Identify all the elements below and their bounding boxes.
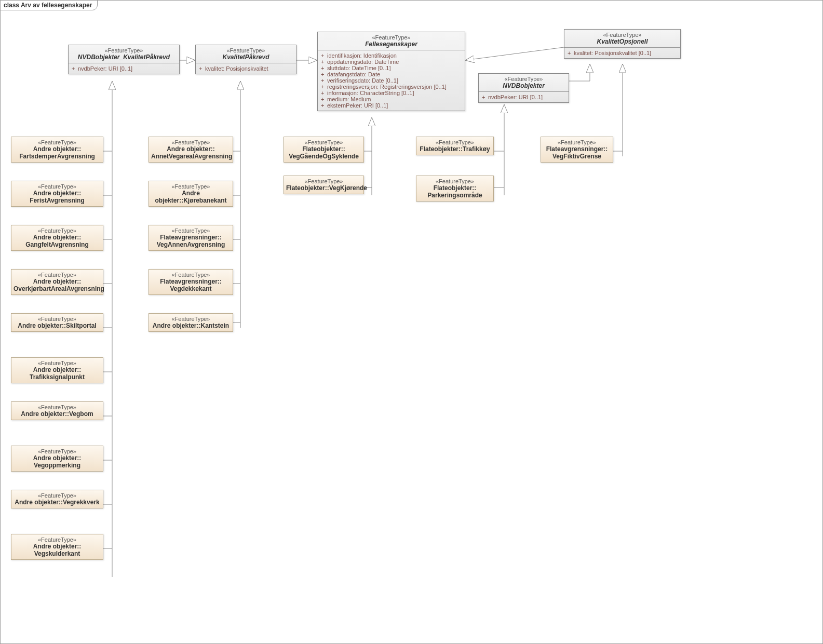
attr: +informasjon: CharacterString [0..1] bbox=[321, 90, 462, 96]
frame-name: Arv av fellesegenskaper bbox=[21, 2, 92, 9]
stereotype: «FeatureType» bbox=[151, 183, 231, 190]
stereotype: «FeatureType» bbox=[543, 139, 611, 145]
attr: +medium: Medium bbox=[321, 96, 462, 102]
class-name: Andre objekter::FeristAvgrensning bbox=[14, 190, 101, 204]
stereotype: «FeatureType» bbox=[14, 183, 101, 190]
stereotype: «FeatureType» bbox=[198, 47, 294, 53]
class-box[interactable]: «FeatureType»Andre objekter::AnnetVegare… bbox=[149, 137, 233, 163]
class-box[interactable]: «FeatureType»Andre objekter::Trafikksign… bbox=[11, 357, 103, 383]
stereotype: «FeatureType» bbox=[14, 272, 101, 278]
stereotype: «FeatureType» bbox=[14, 360, 101, 366]
stereotype: «FeatureType» bbox=[14, 448, 101, 454]
class-fellesegenskaper[interactable]: «FeatureType» Fellesegenskaper +identifi… bbox=[317, 32, 465, 111]
class-name: Flateavgrensninger::VegFiktivGrense bbox=[543, 145, 611, 160]
class-name: Flateobjekter::Trafikkøy bbox=[419, 145, 491, 153]
class-box[interactable]: «FeatureType»Flateobjekter::Trafikkøy bbox=[416, 137, 494, 155]
class-name: Flateobjekter::VegGåendeOgSyklende bbox=[286, 145, 361, 160]
class-name: Andre objekter::Vegrekkverk bbox=[14, 499, 101, 506]
attr: kvalitet: Posisjonskvalitet bbox=[205, 65, 268, 72]
class-box[interactable]: «FeatureType»Flateobjekter::VegGåendeOgS… bbox=[284, 137, 364, 163]
stereotype: «FeatureType» bbox=[14, 139, 101, 145]
class-name: Andre objekter::Skiltportal bbox=[14, 322, 101, 329]
class-name: KvalitetOpsjonell bbox=[566, 38, 678, 45]
class-name: Fellesegenskaper bbox=[320, 41, 463, 48]
class-box[interactable]: «FeatureType»Andre objekter::Skiltportal bbox=[11, 313, 103, 332]
class-box[interactable]: «FeatureType»Flateavgrensninger::VegAnne… bbox=[149, 225, 233, 251]
stereotype: «FeatureType» bbox=[14, 536, 101, 543]
svg-line-2 bbox=[465, 47, 564, 60]
class-box[interactable]: «FeatureType»Andre objekter::Kantstein bbox=[149, 313, 233, 332]
class-box[interactable]: «FeatureType»Andre objekter::Vegrekkverk bbox=[11, 490, 103, 508]
class-box[interactable]: «FeatureType»Andre objekter::Vegbom bbox=[11, 401, 103, 420]
class-name: Andre objekter::Vegbom bbox=[14, 410, 101, 418]
class-name: KvalitetPåkrevd bbox=[198, 53, 294, 61]
stereotype: «FeatureType» bbox=[286, 139, 361, 145]
stereotype: «FeatureType» bbox=[14, 404, 101, 410]
stereotype: «FeatureType» bbox=[320, 34, 463, 41]
stereotype: «FeatureType» bbox=[14, 316, 101, 322]
stereotype: «FeatureType» bbox=[151, 272, 231, 278]
frame-title: class Arv av fellesegenskaper bbox=[0, 0, 98, 10]
class-name: Flateobjekter::VegKjørende bbox=[286, 184, 361, 192]
frame-keyword: class bbox=[4, 2, 19, 9]
class-box[interactable]: «FeatureType»Andre objekter::GangfeltAvg… bbox=[11, 225, 103, 251]
attr: +sluttdato: DateTime [0..1] bbox=[321, 65, 462, 71]
attr: +datafangstdato: Date bbox=[321, 71, 462, 77]
stereotype: «FeatureType» bbox=[151, 316, 231, 322]
class-name: Andre objekter::Vegskulderkant bbox=[14, 543, 101, 557]
attr: +eksternPeker: URI [0..1] bbox=[321, 102, 462, 109]
stereotype: «FeatureType» bbox=[151, 227, 231, 234]
class-name: NVDBobjekter_KvalitetPåkrevd bbox=[71, 53, 177, 61]
class-kvalitetpaakrevd[interactable]: «FeatureType» KvalitetPåkrevd +kvalitet:… bbox=[195, 45, 296, 74]
class-name: Andre objekter::Trafikksignalpunkt bbox=[14, 366, 101, 381]
class-name: Andre objekter::Vegoppmerking bbox=[14, 454, 101, 469]
attr: nvdbPeker: URI [0..1] bbox=[78, 65, 132, 72]
attr: +oppdateringsdato: DateTime bbox=[321, 59, 462, 65]
class-name: Andre objekter::OverkjørbartArealAvgrens… bbox=[14, 278, 101, 292]
class-box[interactable]: «FeatureType»Andre objekter::Fartsdemper… bbox=[11, 137, 103, 163]
stereotype: «FeatureType» bbox=[151, 139, 231, 145]
stereotype: «FeatureType» bbox=[14, 227, 101, 234]
attr: kvalitet: Posisjonskvalitet [0..1] bbox=[574, 50, 651, 56]
attr: +verifiseringsdato: Date [0..1] bbox=[321, 77, 462, 84]
class-box[interactable]: «FeatureType»Flateavgrensninger::Vegdekk… bbox=[149, 269, 233, 295]
class-name: Andre objekter::Kjørebanekant bbox=[151, 190, 231, 204]
stereotype: «FeatureType» bbox=[419, 139, 491, 145]
attr: nvdbPeker: URI [0..1] bbox=[488, 94, 543, 100]
class-name: Andre objekter::Kantstein bbox=[151, 322, 231, 329]
attr: +identifikasjon: Identifikasjon bbox=[321, 52, 462, 59]
class-box[interactable]: «FeatureType»Andre objekter::Kjørebaneka… bbox=[149, 181, 233, 207]
stereotype: «FeatureType» bbox=[14, 492, 101, 499]
stereotype: «FeatureType» bbox=[481, 76, 566, 82]
stereotype: «FeatureType» bbox=[566, 32, 678, 38]
class-name: Andre objekter::GangfeltAvgrensning bbox=[14, 234, 101, 248]
class-box[interactable]: «FeatureType»Andre objekter::Vegoppmerki… bbox=[11, 446, 103, 472]
class-box[interactable]: «FeatureType»Flateobjekter::Parkeringsom… bbox=[416, 176, 494, 202]
class-kvalitetopsjonell[interactable]: «FeatureType» KvalitetOpsjonell +kvalite… bbox=[564, 29, 681, 59]
class-box[interactable]: «FeatureType»Andre objekter::FeristAvgre… bbox=[11, 181, 103, 207]
class-box[interactable]: «FeatureType»Andre objekter::Overkjørbar… bbox=[11, 269, 103, 295]
attr: +registreringsversjon: Registreringsvers… bbox=[321, 84, 462, 90]
class-name: NVDBobjekter bbox=[481, 82, 566, 89]
class-nvdbobjekter-kvalitetpaakrevd[interactable]: «FeatureType» NVDBobjekter_KvalitetPåkre… bbox=[68, 45, 180, 74]
stereotype: «FeatureType» bbox=[419, 178, 491, 184]
class-box[interactable]: «FeatureType»Andre objekter::Vegskulderk… bbox=[11, 534, 103, 560]
class-name: Andre objekter::AnnetVegarealAvgrensning bbox=[151, 145, 231, 160]
class-box[interactable]: «FeatureType»Flateavgrensninger::VegFikt… bbox=[541, 137, 613, 163]
stereotype: «FeatureType» bbox=[71, 47, 177, 53]
stereotype: «FeatureType» bbox=[286, 178, 361, 184]
diagram-frame: class Arv av fellesegenskaper bbox=[0, 0, 823, 644]
class-box[interactable]: «FeatureType»Flateobjekter::VegKjørende bbox=[284, 176, 364, 194]
class-nvdbobjekter[interactable]: «FeatureType» NVDBobjekter +nvdbPeker: U… bbox=[478, 73, 569, 103]
class-name: Flateavgrensninger::VegAnnenAvgrensning bbox=[151, 234, 231, 248]
class-name: Flateobjekter::Parkeringsområde bbox=[419, 184, 491, 199]
class-name: Andre objekter::FartsdemperAvgrensning bbox=[14, 145, 101, 160]
class-name: Flateavgrensninger::Vegdekkekant bbox=[151, 278, 231, 292]
